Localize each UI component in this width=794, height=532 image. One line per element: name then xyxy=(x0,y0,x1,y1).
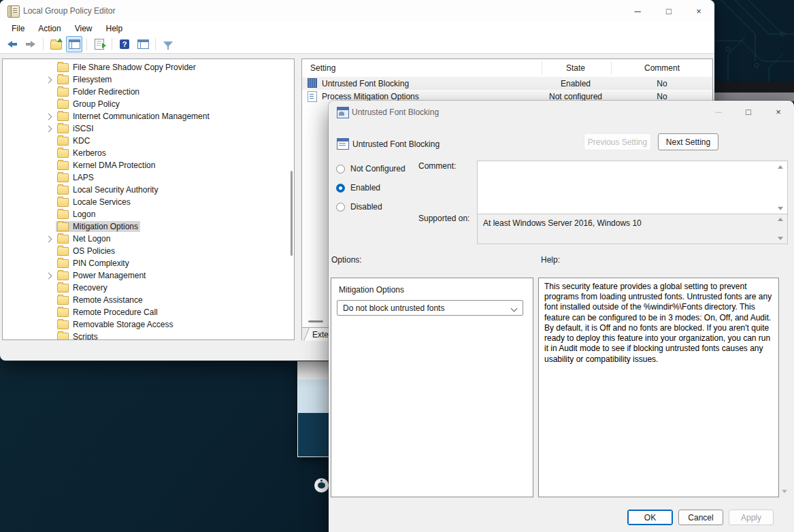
tree-scrollbar-thumb[interactable] xyxy=(291,171,293,256)
dialog-minimize-button[interactable]: ─ xyxy=(704,101,733,123)
title-bar[interactable]: Local Group Policy Editor ─ □ × xyxy=(0,0,714,22)
filter-icon[interactable] xyxy=(160,36,176,52)
apply-button[interactable]: Apply xyxy=(729,510,774,525)
menu-view[interactable]: View xyxy=(69,22,99,35)
reddit-logo-icon xyxy=(314,478,329,493)
help-text: This security feature provides a global … xyxy=(544,282,773,365)
radio-enabled[interactable]: Enabled xyxy=(336,183,380,193)
ok-button[interactable]: OK xyxy=(627,510,673,525)
folder-icon xyxy=(57,124,69,133)
supported-scroll-down-icon[interactable] xyxy=(778,237,783,240)
dialog-close-button[interactable]: × xyxy=(763,101,793,123)
dialog-title-bar[interactable]: Untrusted Font Blocking ─ □ × xyxy=(329,101,794,123)
chevron-down-icon xyxy=(511,305,518,312)
tree-item-recovery[interactable]: Recovery xyxy=(3,282,294,294)
menu-action[interactable]: Action xyxy=(32,22,67,35)
folder-icon xyxy=(57,210,69,219)
folder-icon xyxy=(57,222,69,231)
help-panel: This security feature provides a global … xyxy=(538,278,779,497)
mitigation-options-dropdown[interactable]: Do not block untrusted fonts xyxy=(337,300,523,316)
maximize-button[interactable]: □ xyxy=(653,0,684,22)
tree-item-file-share-shadow-copy-provider[interactable]: File Share Shadow Copy Provider xyxy=(3,61,294,73)
radio-icon[interactable] xyxy=(336,203,345,212)
folder-icon xyxy=(57,112,69,121)
toolbar: ? xyxy=(0,35,714,54)
back-icon[interactable] xyxy=(4,36,20,52)
supported-on-textarea: At least Windows Server 2016, Windows 10 xyxy=(477,214,788,244)
radio-icon[interactable] xyxy=(336,165,345,173)
cancel-button[interactable]: Cancel xyxy=(678,510,723,525)
supported-on-label: Supported on: xyxy=(418,214,469,223)
folder-icon xyxy=(57,76,69,84)
tree-item-laps[interactable]: LAPS xyxy=(3,171,294,184)
comment-scroll-down-icon[interactable] xyxy=(778,207,783,210)
radio-not-configured[interactable]: Not Configured xyxy=(336,164,406,173)
tree-item-locale-services[interactable]: Locale Services xyxy=(3,196,294,208)
column-comment[interactable]: Comment xyxy=(611,63,713,73)
radio-disabled[interactable]: Disabled xyxy=(336,202,382,212)
dialog-maximize-button[interactable]: □ xyxy=(733,101,763,123)
supported-scroll-up-icon[interactable] xyxy=(778,218,783,221)
show-console-icon[interactable] xyxy=(135,36,151,52)
console-tree-panel: File Share Shadow Copy Provider Filesyst… xyxy=(2,59,295,340)
tree-item-group-policy[interactable]: Group Policy xyxy=(3,98,294,110)
tree-item-internet-communication-management[interactable]: Internet Communication Management xyxy=(3,110,294,122)
tree-item-remote-assistance[interactable]: Remote Assistance xyxy=(3,294,294,306)
chevron-right-icon[interactable] xyxy=(46,273,52,280)
tree-item-kernel-dma-protection[interactable]: Kernel DMA Protection xyxy=(3,159,294,171)
next-setting-button[interactable]: Next Setting xyxy=(658,133,718,150)
tree-item-mitigation-options[interactable]: Mitigation Options xyxy=(3,220,294,233)
policy-setting-icon xyxy=(337,107,349,118)
comment-scroll-up-icon[interactable] xyxy=(778,165,783,169)
folder-icon xyxy=(57,308,69,317)
folder-icon xyxy=(57,137,69,146)
tree-item-kdc[interactable]: KDC xyxy=(3,135,294,147)
tree-item-scripts[interactable]: Scripts xyxy=(3,331,294,340)
comment-textarea[interactable] xyxy=(477,161,788,215)
list-header: Setting State Comment xyxy=(302,59,712,78)
tree-item-filesystem[interactable]: Filesystem xyxy=(3,73,294,86)
folder-icon xyxy=(57,161,69,170)
tree-item-removable-storage-access[interactable]: Removable Storage Access xyxy=(3,318,294,331)
help-icon[interactable]: ? xyxy=(116,36,133,52)
tree-item-pin-complexity[interactable]: PIN Complexity xyxy=(3,257,294,269)
menu-help[interactable]: Help xyxy=(100,22,129,35)
column-setting[interactable]: Setting xyxy=(310,63,335,73)
background-browser-window[interactable] xyxy=(297,361,330,457)
tree-item-power-management[interactable]: Power Management xyxy=(3,269,294,282)
chevron-right-icon[interactable] xyxy=(46,77,52,84)
folder-icon xyxy=(57,284,69,293)
folder-icon xyxy=(57,186,69,195)
tree-item-net-logon[interactable]: Net Logon xyxy=(3,233,294,245)
tree-item-kerberos[interactable]: Kerberos xyxy=(3,147,294,159)
forward-icon[interactable] xyxy=(22,36,39,52)
chevron-right-icon[interactable] xyxy=(46,236,52,243)
help-label: Help: xyxy=(541,255,560,265)
chevron-right-icon[interactable] xyxy=(46,126,52,133)
tree-item-remote-procedure-call[interactable]: Remote Procedure Call xyxy=(3,306,294,318)
tree-item-iscsi[interactable]: iSCSI xyxy=(3,122,294,135)
menu-file[interactable]: File xyxy=(5,22,31,35)
tree-item-folder-redirection[interactable]: Folder Redirection xyxy=(3,86,294,98)
dialog-title: Untrusted Font Blocking xyxy=(352,107,439,117)
supported-on-value: At least Windows Server 2016, Windows 10 xyxy=(483,218,642,228)
tree-item-local-security-authority[interactable]: Local Security Authority xyxy=(3,184,294,196)
column-state[interactable]: State xyxy=(542,63,610,73)
export-list-icon[interactable] xyxy=(91,36,107,52)
help-scroll-down-icon[interactable] xyxy=(782,490,787,493)
up-one-level-icon[interactable] xyxy=(48,36,64,52)
tree-item-os-policies[interactable]: OS Policies xyxy=(3,245,294,257)
close-button[interactable]: × xyxy=(683,0,714,22)
folder-icon xyxy=(57,296,69,305)
previous-setting-button[interactable]: Previous Setting xyxy=(584,133,651,150)
horizontal-scrollbar-thumb[interactable] xyxy=(308,320,323,322)
menu-bar: File Action View Help xyxy=(0,22,714,35)
desktop: Local Group Policy Editor ─ □ × File Act… xyxy=(0,0,794,532)
minimize-button[interactable]: ─ xyxy=(622,0,653,22)
settings-row-untrusted-font-blocking[interactable]: Untrusted Font Blocking Enabled No xyxy=(302,77,712,90)
tree-item-logon[interactable]: Logon xyxy=(3,208,294,220)
chevron-right-icon[interactable] xyxy=(46,114,52,120)
radio-icon[interactable] xyxy=(336,184,345,193)
background-window-banner xyxy=(298,380,330,413)
console-tree-icon[interactable] xyxy=(66,36,82,52)
